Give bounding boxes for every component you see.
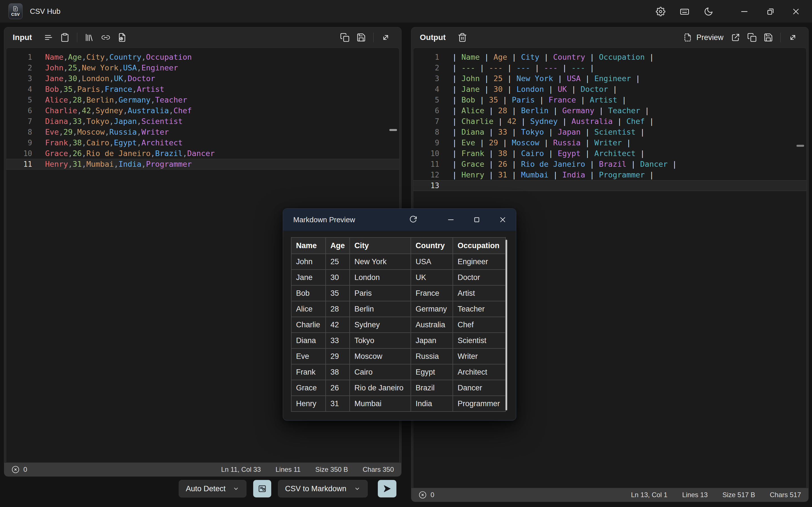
copy-output-button[interactable] — [745, 31, 759, 44]
cell-token: Cairo — [516, 149, 549, 158]
line-content[interactable]: Diana,33,Tokyo,Japan,Scientist — [32, 116, 183, 127]
line-content[interactable]: | Frank | 38 | Cairo | Egypt | Architect… — [439, 148, 645, 159]
preview-window-titlebar[interactable]: Markdown Preview — [283, 209, 516, 231]
cursor-position: Ln 13, Col 1 — [631, 491, 667, 499]
link-button[interactable] — [99, 31, 113, 44]
line-content[interactable]: Frank,38,Cairo,Egypt,Architect — [32, 137, 183, 148]
editor-line[interactable]: 11| Grace | 26 | Rio de Janeiro | Brazil… — [413, 159, 806, 170]
editor-line[interactable]: 7Diana,33,Tokyo,Japan,Scientist — [6, 116, 399, 127]
editor-line[interactable]: 1| Name | Age | City | Country | Occupat… — [413, 52, 806, 62]
editor-line[interactable]: 9Frank,38,Cairo,Egypt,Architect — [6, 137, 399, 148]
scrollbar-thumb[interactable] — [389, 129, 397, 131]
keyboard-shortcuts-button[interactable] — [678, 5, 691, 18]
line-content[interactable]: Charlie,42,Sydney,Australia,Chef — [32, 105, 192, 116]
line-content[interactable]: | Diana | 33 | Tokyo | Japan | Scientist… — [439, 127, 645, 137]
cell-token: Paris — [507, 96, 539, 104]
share-output-button[interactable] — [728, 31, 743, 44]
line-content[interactable]: Henry,31,Mumbai,India,Programmer — [32, 159, 192, 170]
line-content[interactable]: John,25,New York,USA,Engineer — [32, 62, 178, 73]
editor-line[interactable]: 10Grace,26,Rio de Janeiro,Brazil,Dancer — [6, 148, 399, 159]
line-number: 1 — [6, 52, 32, 62]
preview-button[interactable]: Preview — [680, 31, 726, 44]
table-view-button[interactable] — [253, 480, 271, 497]
line-content[interactable]: Alice,28,Berlin,Germany,Teacher — [32, 95, 187, 105]
editor-line[interactable]: 6Charlie,42,Sydney,Australia,Chef — [6, 105, 399, 116]
editor-line[interactable]: 1Name,Age,City,Country,Occupation — [6, 52, 399, 62]
convert-button[interactable] — [378, 480, 396, 497]
line-content[interactable] — [439, 180, 452, 191]
editor-line[interactable]: 12| Henry | 31 | Mumbai | India | Progra… — [413, 170, 806, 180]
close-button[interactable] — [790, 5, 802, 18]
save-output-button[interactable] — [761, 31, 775, 44]
editor-line[interactable]: 6| Alice | 28 | Berlin | Germany | Teach… — [413, 105, 806, 116]
minimize-button[interactable] — [738, 5, 751, 18]
editor-line[interactable]: 4Bob,35,Paris,France,Artist — [6, 84, 399, 95]
line-content[interactable]: | Grace | 26 | Rio de Janeiro | Brazil |… — [439, 159, 677, 170]
line-content[interactable]: Name,Age,City,Country,Occupation — [32, 52, 192, 62]
table-cell: Charlie — [291, 317, 326, 333]
editor-line[interactable]: 3| John | 25 | New York | USA | Engineer… — [413, 73, 806, 84]
editor-line[interactable]: 5| Bob | 35 | Paris | France | Artist | — [413, 95, 806, 105]
pipe-token: | — [485, 53, 489, 61]
comma-token: , — [68, 96, 72, 104]
columns-tool-button[interactable] — [82, 31, 96, 44]
save-input-button[interactable] — [354, 31, 368, 44]
line-content[interactable]: Grace,26,Rio de Janeiro,Brazil,Dancer — [32, 148, 215, 159]
load-file-button[interactable] — [115, 31, 129, 44]
editor-line[interactable]: 4| Jane | 30 | London | UK | Doctor | — [413, 84, 806, 95]
line-content[interactable]: Jane,30,London,UK,Doctor — [32, 73, 155, 84]
line-content[interactable]: | Name | Age | City | Country | Occupati… — [439, 52, 654, 62]
editor-line[interactable]: 10| Frank | 38 | Cairo | Egypt | Archite… — [413, 148, 806, 159]
pipe-token: | — [585, 128, 590, 136]
pipe-token: | — [631, 160, 636, 168]
char-count: Chars 517 — [770, 491, 801, 499]
line-content[interactable]: | Bob | 35 | Paris | France | Artist | — [439, 95, 626, 105]
line-content[interactable]: | John | 25 | New York | USA | Engineer … — [439, 73, 640, 84]
editor-line[interactable]: 11Henry,31,Mumbai,India,Programmer — [6, 159, 399, 170]
preview-minimize-button[interactable] — [445, 214, 457, 226]
editor-line[interactable]: 2| --- | --- | --- | --- | --- | — [413, 62, 806, 73]
paste-button[interactable] — [58, 31, 72, 44]
clear-output-button[interactable] — [455, 31, 469, 44]
refresh-button[interactable] — [407, 214, 419, 226]
maximize-restore-button[interactable] — [764, 5, 777, 18]
preview-scrollbar-thumb[interactable] — [506, 240, 507, 410]
editor-line[interactable]: 7| Charlie | 42 | Sydney | Australia | C… — [413, 116, 806, 127]
editor-line[interactable]: 2John,25,New York,USA,Engineer — [6, 62, 399, 73]
editor-line[interactable]: 9| Eve | 29 | Moscow | Russia | Writer | — [413, 137, 806, 148]
expand-output-button[interactable] — [786, 31, 800, 44]
editor-line[interactable]: 5Alice,28,Berlin,Germany,Teacher — [6, 95, 399, 105]
table-cell: Japan — [411, 333, 453, 348]
line-content[interactable]: | --- | --- | --- | --- | --- | — [439, 62, 594, 73]
cell-token: 28 — [73, 96, 82, 104]
table-cell: Sydney — [350, 317, 411, 333]
sample-data-button[interactable] — [42, 31, 56, 44]
preview-close-button[interactable] — [497, 214, 509, 226]
editor-line[interactable]: 8| Diana | 33 | Tokyo | Japan | Scientis… — [413, 127, 806, 137]
theme-toggle-button[interactable] — [702, 5, 715, 18]
comma-token: , — [137, 128, 141, 136]
line-content[interactable]: | Eve | 29 | Moscow | Russia | Writer | — [439, 137, 631, 148]
editor-line[interactable]: 3Jane,30,London,UK,Doctor — [6, 73, 399, 84]
scrollbar-thumb[interactable] — [797, 145, 804, 147]
table-cell: Artist — [453, 285, 506, 301]
pipe-token: | — [452, 160, 457, 168]
editor-line[interactable]: 13 — [413, 180, 806, 191]
editor-line[interactable]: 8Eve,29,Moscow,Russia,Writer — [6, 127, 399, 137]
comma-token: , — [105, 53, 109, 61]
format-select[interactable]: Auto Detect — [179, 480, 246, 497]
preview-maximize-button[interactable] — [470, 214, 483, 226]
table-header-cell: Age — [326, 237, 350, 254]
cell-token: Architect — [141, 138, 183, 147]
line-content[interactable]: | Henry | 31 | Mumbai | India | Programm… — [439, 170, 654, 180]
line-content[interactable]: | Alice | 28 | Berlin | Germany | Teache… — [439, 105, 649, 116]
line-content[interactable]: Eve,29,Moscow,Russia,Writer — [32, 127, 169, 137]
conversion-select[interactable]: CSV to Markdown — [278, 480, 368, 497]
line-content[interactable]: Bob,35,Paris,France,Artist — [32, 84, 164, 95]
settings-button[interactable] — [654, 5, 667, 18]
line-content[interactable]: | Jane | 30 | London | UK | Doctor | — [439, 84, 617, 95]
cell-token: 31 — [73, 160, 82, 168]
line-content[interactable]: | Charlie | 42 | Sydney | Australia | Ch… — [439, 116, 654, 127]
copy-input-button[interactable] — [338, 31, 352, 44]
expand-input-button[interactable] — [378, 31, 393, 44]
